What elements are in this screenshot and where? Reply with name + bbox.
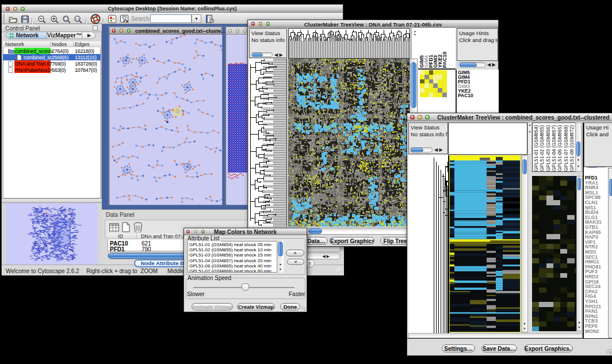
svg-text:1:1: 1:1 <box>75 17 80 21</box>
